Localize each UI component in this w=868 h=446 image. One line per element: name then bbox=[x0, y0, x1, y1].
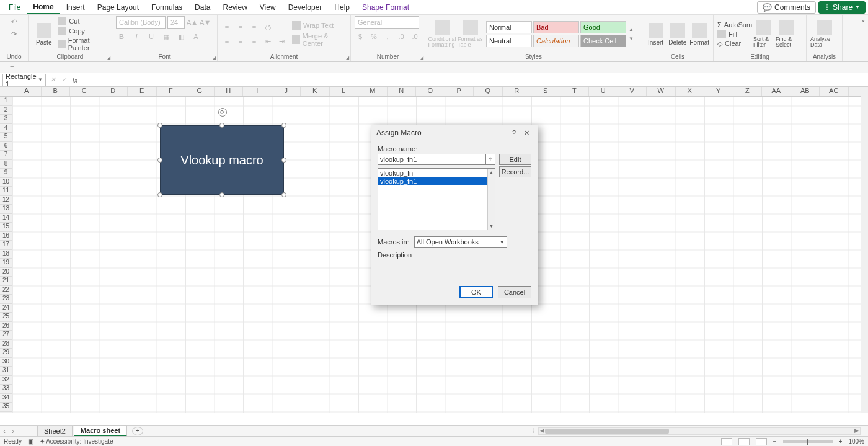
resize-handle-se[interactable] bbox=[281, 192, 286, 197]
column-header[interactable]: M bbox=[358, 87, 388, 96]
tab-home[interactable]: Home bbox=[27, 1, 60, 14]
comma-button[interactable]: , bbox=[382, 31, 393, 42]
conditional-formatting-button[interactable]: Conditional Formatting bbox=[429, 17, 455, 51]
macro-list[interactable]: vlookup_fnvlookup_fn1 ▲ ▼ bbox=[378, 168, 495, 230]
font-size-select[interactable]: 24 bbox=[167, 16, 185, 29]
shape-selection[interactable]: ⟳ Vlookup macro bbox=[160, 125, 284, 195]
accessibility-status[interactable]: ✦ Accessibility: Investigate bbox=[40, 438, 113, 445]
column-header[interactable]: Z bbox=[733, 87, 763, 96]
column-header[interactable]: N bbox=[388, 87, 417, 96]
resize-handle-ne[interactable] bbox=[281, 123, 286, 128]
row-header[interactable]: 7 bbox=[0, 151, 12, 160]
percent-button[interactable]: % bbox=[368, 31, 379, 42]
normal-view-button[interactable] bbox=[721, 438, 732, 445]
row-header[interactable]: 33 bbox=[0, 385, 12, 394]
column-header[interactable]: K bbox=[301, 87, 330, 96]
fill-button[interactable]: Fill bbox=[717, 30, 752, 38]
column-header[interactable]: AC bbox=[820, 87, 849, 96]
ribbon-collapse-button[interactable]: ⌄ bbox=[861, 16, 866, 23]
page-layout-view-button[interactable] bbox=[738, 438, 750, 445]
resize-handle-nw[interactable] bbox=[157, 123, 162, 128]
row-headers[interactable]: 1234567891011121314151617181920212223242… bbox=[0, 97, 12, 413]
decrease-decimal-button[interactable]: .0 bbox=[409, 31, 420, 42]
row-header[interactable]: 4 bbox=[0, 124, 12, 133]
row-header[interactable]: 12 bbox=[0, 196, 12, 205]
copy-button[interactable]: Copy bbox=[58, 27, 108, 35]
row-header[interactable]: 5 bbox=[0, 133, 12, 142]
column-header[interactable]: D bbox=[99, 87, 128, 96]
macro-list-item[interactable]: vlookup_fn bbox=[378, 169, 495, 177]
column-header[interactable]: I bbox=[243, 87, 272, 96]
column-header[interactable]: AB bbox=[791, 87, 820, 96]
scroll-up-button[interactable]: ▲ bbox=[488, 169, 495, 176]
tab-shape-format[interactable]: Shape Format bbox=[356, 1, 415, 14]
increase-decimal-button[interactable]: .0 bbox=[396, 31, 407, 42]
tab-help[interactable]: Help bbox=[328, 1, 356, 14]
style-calculation[interactable]: Calculation bbox=[533, 35, 579, 47]
row-header[interactable]: 26 bbox=[0, 322, 12, 331]
zoom-in-button[interactable]: + bbox=[839, 438, 843, 445]
row-header[interactable]: 25 bbox=[0, 313, 12, 322]
styles-down-button[interactable]: ▼ bbox=[629, 36, 634, 42]
sheet-nav-next[interactable]: › bbox=[9, 427, 17, 435]
worksheet-grid[interactable]: ABCDEFGHIJKLMNOPQRSTUVWXYZAAABAC 1234567… bbox=[0, 87, 868, 413]
row-header[interactable]: 9 bbox=[0, 169, 12, 178]
row-header[interactable]: 8 bbox=[0, 160, 12, 169]
cancel-formula-button[interactable]: ✕ bbox=[47, 76, 58, 84]
qat-icon[interactable]: ≡ bbox=[10, 64, 14, 71]
row-header[interactable]: 1 bbox=[0, 97, 12, 106]
cut-button[interactable]: Cut bbox=[58, 17, 108, 25]
zoom-out-button[interactable]: − bbox=[773, 438, 777, 445]
macros-in-select[interactable]: All Open Workbooks ▼ bbox=[414, 236, 507, 248]
style-bad[interactable]: Bad bbox=[533, 21, 579, 33]
align-middle-button[interactable]: ≡ bbox=[235, 22, 246, 33]
decrease-font-button[interactable]: A▼ bbox=[200, 17, 211, 28]
column-header[interactable]: T bbox=[560, 87, 590, 96]
row-header[interactable]: 22 bbox=[0, 286, 12, 295]
align-center-button[interactable]: ≡ bbox=[235, 35, 246, 47]
sheet-tab-sheet2[interactable]: Sheet2 bbox=[37, 426, 73, 436]
style-normal[interactable]: Normal bbox=[486, 21, 532, 33]
column-header[interactable]: W bbox=[647, 87, 676, 96]
dialog-titlebar[interactable]: Assign Macro ? ✕ bbox=[371, 125, 538, 140]
column-header[interactable]: Q bbox=[474, 87, 503, 96]
tab-developer[interactable]: Developer bbox=[282, 1, 329, 14]
row-header[interactable]: 32 bbox=[0, 376, 12, 385]
scrollbar-thumb[interactable] bbox=[545, 429, 669, 434]
row-header[interactable]: 3 bbox=[0, 115, 12, 124]
insert-cells-button[interactable]: Insert bbox=[646, 17, 665, 51]
undo-button[interactable]: ↶ bbox=[9, 16, 20, 27]
formula-input[interactable] bbox=[81, 74, 868, 86]
column-header[interactable]: C bbox=[70, 87, 99, 96]
resize-handle-e[interactable] bbox=[281, 158, 286, 163]
bold-button[interactable]: B bbox=[116, 31, 127, 42]
row-header[interactable]: 2 bbox=[0, 106, 12, 115]
macro-list-item[interactable]: vlookup_fn1 bbox=[378, 177, 495, 185]
increase-font-button[interactable]: A▲ bbox=[187, 17, 198, 28]
scroll-down-button[interactable]: ▼ bbox=[488, 222, 495, 230]
cancel-button[interactable]: Cancel bbox=[498, 286, 531, 298]
tab-split-handle[interactable]: ⁞ bbox=[532, 427, 534, 435]
column-header[interactable]: B bbox=[42, 87, 71, 96]
column-header[interactable]: F bbox=[157, 87, 186, 96]
resize-handle-sw[interactable] bbox=[157, 192, 162, 197]
column-header[interactable]: A bbox=[12, 87, 42, 96]
sort-filter-button[interactable]: Sort & Filter bbox=[753, 17, 774, 51]
orientation-button[interactable]: ⭯ bbox=[262, 22, 273, 33]
column-header[interactable]: AA bbox=[762, 87, 791, 96]
row-header[interactable]: 28 bbox=[0, 340, 12, 349]
fill-color-button[interactable]: ◧ bbox=[175, 31, 187, 42]
align-top-button[interactable]: ≡ bbox=[221, 22, 232, 33]
underline-button[interactable]: U bbox=[146, 31, 157, 42]
edit-macro-button[interactable]: Edit bbox=[499, 154, 531, 165]
enter-formula-button[interactable]: ✓ bbox=[58, 76, 69, 84]
row-header[interactable]: 35 bbox=[0, 403, 12, 412]
row-header[interactable]: 15 bbox=[0, 223, 12, 232]
tab-file[interactable]: File bbox=[2, 1, 27, 14]
delete-cells-button[interactable]: Delete bbox=[668, 17, 687, 51]
column-header[interactable]: V bbox=[618, 87, 647, 96]
tab-data[interactable]: Data bbox=[188, 1, 216, 14]
sheet-tab-macro-sheet[interactable]: Macro sheet bbox=[74, 425, 127, 437]
column-header[interactable]: R bbox=[503, 87, 532, 96]
column-header[interactable]: U bbox=[589, 87, 618, 96]
